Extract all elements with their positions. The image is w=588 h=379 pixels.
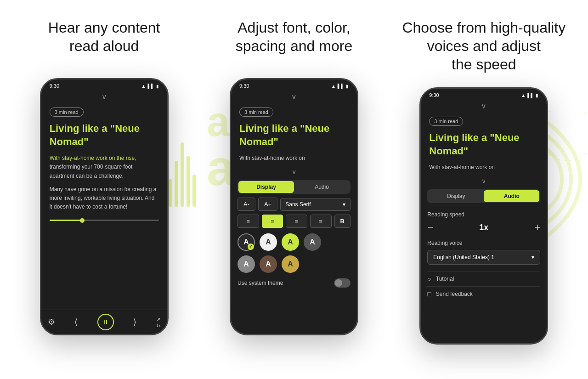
badge-3: 3 min read (429, 117, 463, 126)
dropdown-arrow: ▾ (343, 201, 345, 208)
wifi-icon-3: ▲ (521, 93, 526, 98)
volume-btn-down-3 (419, 158, 420, 174)
align-right-btn[interactable]: ≡ (286, 215, 307, 228)
tab-display-3[interactable]: Display (428, 190, 484, 202)
font-size-row: A- A+ Sans Serif ▾ (237, 198, 351, 211)
time-1: 9:30 (50, 83, 59, 89)
align-justify-btn[interactable]: ≡ (310, 215, 332, 228)
chevron-1: ∨ (41, 91, 167, 103)
power-btn-3 (547, 144, 548, 171)
speed-increase-btn[interactable]: + (534, 221, 540, 233)
signal-icon: ▌▌ (147, 84, 154, 89)
phone-3-screen: 9:30 ▲ ▌▌ ▮ ∨ 3 min read Living like a "… (421, 89, 547, 343)
feedback-label: Send feedback (436, 291, 473, 297)
status-icons-2: ▲ ▌▌ ▮ (331, 84, 349, 89)
align-center-btn[interactable]: ≡ (262, 215, 283, 228)
font-controls: A- A+ Sans Serif ▾ ≡ ≡ ≡ ≡ B (231, 198, 357, 228)
wifi-icon-2: ▲ (331, 84, 336, 89)
font-type-select[interactable]: Sans Serif ▾ (280, 198, 351, 211)
status-icons-1: ▲ ▌▌ ▮ (141, 84, 159, 89)
tutorial-label: Tutorial (436, 276, 454, 282)
bold-btn[interactable]: B (334, 215, 351, 228)
battery-icon: ▮ (156, 84, 159, 89)
signal-icon-2: ▌▌ (338, 84, 344, 89)
swatch-light[interactable]: A (260, 233, 277, 251)
status-icons-3: ▲ ▌▌ ▮ (521, 93, 538, 98)
body-text-1: transforming your 700-square foot apartm… (50, 164, 133, 179)
battery-icon-3: ▮ (536, 93, 538, 98)
phone-3-content: 3 min read Living like a "Neue Nomad" Wi… (421, 112, 547, 176)
phone-3-frame: 9:30 ▲ ▌▌ ▮ ∨ 3 min read Living like a "… (419, 87, 548, 345)
phone-2-content: 3 min read Living like a "Neue Nomad" Wi… (231, 103, 357, 167)
speed-value: 1x (479, 223, 488, 232)
status-bar-3: 9:30 ▲ ▌▌ ▮ (421, 89, 547, 100)
phone-1-screen: 9:30 ▲ ▌▌ ▮ ∨ 3 min read Living like a "… (41, 79, 167, 334)
font-minus-btn[interactable]: A- (237, 198, 255, 211)
chevron-down-2: ∨ (231, 167, 357, 176)
panel-3-title: Choose from high-quality voices and adju… (396, 18, 571, 74)
signal-icon-3: ▌▌ (527, 93, 534, 98)
prev-icon[interactable]: ⟨ (74, 317, 78, 327)
article-body-1: With stay-at-home work on the rise, tran… (50, 154, 159, 181)
speed-controls: − 1x + (427, 221, 540, 233)
battery-icon-2: ▮ (346, 84, 349, 89)
tab-display-2[interactable]: Display (238, 181, 294, 193)
align-row: ≡ ≡ ≡ ≡ B (237, 215, 351, 228)
volume-btn-up (40, 125, 41, 141)
next-icon[interactable]: ⟩ (133, 317, 136, 327)
phone-1-frame: 9:30 ▲ ▌▌ ▮ ∨ 3 min read Living like a "… (40, 78, 169, 335)
tab-audio-3[interactable]: Audio (484, 190, 539, 202)
chevron-2: ∨ (231, 91, 357, 103)
tutorial-row[interactable]: ○ Tutorial (427, 271, 540, 286)
phone-2-frame: 9:30 ▲ ▌▌ ▮ ∨ 3 min read Living like a "… (230, 78, 358, 335)
wifi-icon: ▲ (141, 84, 146, 89)
pause-button[interactable]: ⏸ (97, 314, 114, 330)
panel-2: Adjust font, color, spacing and more aa … (207, 18, 381, 335)
system-theme-row: Use system theme (231, 278, 357, 288)
power-btn (168, 135, 169, 162)
color-swatches-2: A A A (231, 255, 357, 273)
panel-3: Choose from high-quality voices and adju… (396, 18, 571, 345)
voice-select[interactable]: English (United States) 1 ▾ (427, 250, 540, 265)
voice-dropdown-arrow: ▾ (531, 254, 534, 260)
time-3: 9:30 (429, 92, 439, 98)
align-left-btn[interactable]: ≡ (237, 215, 259, 228)
feedback-icon: □ (427, 290, 431, 298)
article-title-2: Living like a "Neue Nomad" (239, 122, 349, 148)
theme-toggle[interactable] (334, 278, 351, 288)
swatch-yellow[interactable]: A (282, 255, 299, 273)
speed-row: Reading speed − 1x + (427, 211, 540, 233)
phone-1-content: 3 min read Living like a "Neue Nomad" Wi… (41, 103, 167, 216)
phone-2-screen: 9:30 ▲ ▌▌ ▮ ∨ 3 min read Living like a "… (231, 79, 357, 334)
audio-panel: Reading speed − 1x + Reading voice Engli… (421, 207, 547, 306)
voice-label: Reading voice (427, 240, 540, 246)
swatch-medium[interactable]: A (237, 255, 255, 273)
main-container: Hear any content read aloud (0, 0, 588, 345)
progress-dot-1 (80, 218, 85, 223)
swatch-green[interactable]: A (282, 233, 299, 251)
badge-1: 3 min read (50, 107, 84, 117)
bottom-controls-1: ⚙ ⟨ ⏸ ⟩ ↗1x (41, 310, 167, 334)
swatch-brown[interactable]: A (260, 255, 277, 273)
tutorial-icon: ○ (427, 275, 431, 283)
feedback-row[interactable]: □ Send feedback (427, 286, 540, 301)
share-icon[interactable]: ↗1x (156, 317, 161, 328)
swatch-gray[interactable]: A (304, 233, 321, 251)
speed-decrease-btn[interactable]: − (427, 221, 433, 233)
article-title-3: Living like a "Neue Nomad" (429, 131, 538, 158)
toggle-knob (335, 279, 342, 287)
color-swatches-1: A A A A (231, 233, 357, 251)
article-body-3: With stav-at-home work on (429, 163, 538, 172)
swatch-dark[interactable]: A (237, 233, 255, 251)
font-plus-btn[interactable]: A+ (258, 198, 277, 211)
settings-icon[interactable]: ⚙ (48, 317, 55, 327)
status-bar-1: 9:30 ▲ ▌▌ ▮ (41, 79, 167, 91)
tab-audio-2[interactable]: Audio (294, 181, 350, 193)
status-bar-2: 9:30 ▲ ▌▌ ▮ (231, 79, 357, 91)
chevron-3: ∨ (421, 100, 547, 112)
panel-2-title: Adjust font, color, spacing and more (236, 18, 352, 64)
phone-3-wrapper: 9:30 ▲ ▌▌ ▮ ∨ 3 min read Living like a "… (419, 87, 548, 345)
volume-btn-down (40, 148, 41, 164)
voice-row: Reading voice English (United States) 1 … (427, 240, 540, 265)
tab-bar-3: Display Audio (427, 189, 540, 203)
